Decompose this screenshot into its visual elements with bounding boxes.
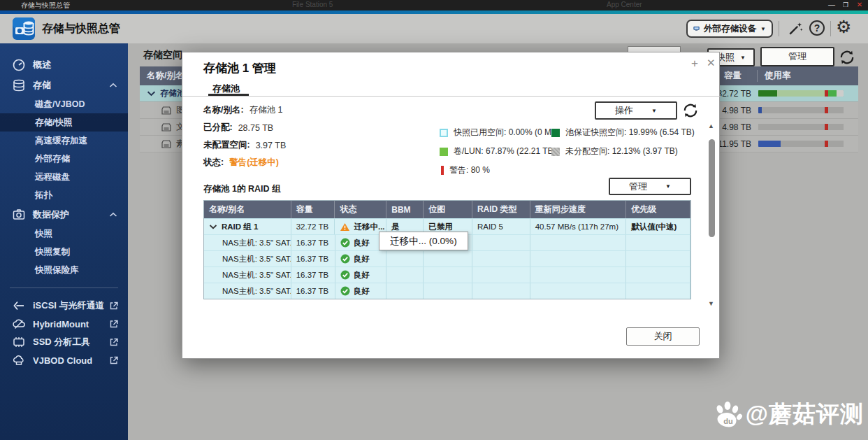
allocated-label: 已分配: — [203, 122, 233, 134]
cell-priority: 默认值(中速) — [626, 219, 690, 234]
column-header-status[interactable]: 状态 — [335, 201, 386, 218]
sidebar-item-storage-snapshots[interactable]: 存储/快照 — [0, 113, 128, 132]
sidebar-item-cache-acceleration[interactable]: 高速缓存加速 — [0, 132, 128, 150]
column-header-bitmap[interactable]: 位图 — [424, 201, 472, 218]
volume-icon — [161, 139, 172, 149]
sidebar-item-label: 远程磁盘 — [35, 171, 70, 183]
device-icon — [693, 23, 700, 34]
sidebar-item-external-storage[interactable]: 外部存储 — [0, 150, 128, 168]
name-value: 存储池 1 — [249, 104, 283, 116]
chevron-down-icon[interactable] — [147, 90, 156, 97]
close-dialog-icon[interactable]: ✕ — [707, 57, 716, 69]
disk-name: NAS主机: 3.5" SAT... — [222, 270, 291, 281]
ghost-window-title-left: File Station 5 — [292, 1, 333, 8]
refresh-icon[interactable] — [682, 102, 699, 119]
legend-swatch-guaranteed-snapshot — [551, 129, 560, 137]
raid-disk-row[interactable]: NAS主机: 3.5" SAT... 16.37 TB 良好 — [204, 267, 690, 283]
sidebar-item-snapshot-vault[interactable]: 快照保险库 — [0, 261, 128, 279]
external-storage-device-button[interactable]: 外部存储设备 ▼ — [686, 20, 773, 38]
column-header-bbm[interactable]: BBM — [386, 201, 424, 218]
close-window-icon[interactable]: ✕ — [854, 0, 865, 10]
sidebar-group-data-protection[interactable]: 数据保护 — [0, 204, 128, 225]
raid-group-section-label: 存储池 1的 RAID 组 — [203, 183, 280, 195]
sidebar-item-snapshot-replica[interactable]: 快照复制 — [0, 243, 128, 261]
sidebar-item-remote-disk[interactable]: 远程磁盘 — [0, 168, 128, 186]
app-header: 存储与快照总管 外部存储设备 ▼ ? ⚙ — [0, 14, 868, 43]
column-header-capacity[interactable]: 容量 — [719, 70, 750, 82]
cell-capacity: 16.37 TB — [291, 235, 335, 250]
column-header-capacity[interactable]: 容量 — [291, 201, 335, 218]
good-status-icon — [340, 286, 350, 296]
raid-manage-dropdown-button[interactable]: 管理 ▼ — [609, 178, 691, 195]
help-icon[interactable]: ? — [809, 20, 825, 36]
sidebar-link-vjbod-cloud[interactable]: VJBOD Cloud — [0, 351, 128, 369]
status-label: 状态: — [203, 157, 224, 169]
cell-raid-type: RAID 5 — [472, 219, 530, 234]
wizard-wand-icon[interactable] — [787, 20, 804, 37]
raid-disk-row[interactable]: NAS主机: 3.5" SAT... 16.37 TB 良好 — [204, 250, 690, 267]
gauge-icon — [12, 58, 26, 72]
sidebar-divider — [10, 288, 118, 288]
external-link-icon — [109, 301, 119, 311]
column-header-priority[interactable]: 优先级 — [626, 201, 690, 218]
manage-button[interactable]: 管理 — [760, 47, 834, 66]
sidebar-link-ssd-profiling[interactable]: SSD 分析工具 — [0, 333, 128, 351]
sidebar-item-topology[interactable]: 拓扑 — [0, 186, 128, 204]
sidebar-group-storage[interactable]: 存储 — [0, 75, 128, 95]
legend-label: 池保证快照空间: 19.99% (6.54 TB) — [565, 127, 695, 139]
usage-bar — [758, 141, 844, 147]
minimize-icon[interactable]: — — [826, 0, 837, 10]
column-header-usage[interactable]: 使用率 — [757, 70, 841, 82]
close-button[interactable]: 关闭 — [626, 327, 700, 346]
legend-swatch-snapshot-used — [440, 129, 448, 137]
sidebar-link-label: iSCSI 与光纤通道 — [33, 299, 105, 312]
sidebar-item-label: 概述 — [33, 59, 51, 71]
gear-icon[interactable]: ⚙ — [836, 17, 851, 37]
column-header-name[interactable]: 名称/别名 — [204, 201, 291, 218]
column-header-raid-type[interactable]: RAID 类型 — [472, 201, 530, 218]
disk-name: NAS主机: 3.5" SAT... — [222, 286, 291, 297]
legend-label: 快照已用空间: 0.00% (0 MB) — [454, 127, 560, 139]
action-button-label: 操作 — [615, 104, 633, 117]
sidebar-item-label: 拓扑 — [35, 190, 52, 201]
allocated-value: 28.75 TB — [238, 123, 274, 133]
legend-swatch-unallocated — [551, 148, 560, 156]
refresh-icon[interactable] — [839, 49, 855, 66]
manage-button-label: 管理 — [788, 50, 806, 63]
scroll-down-icon[interactable]: ▼ — [708, 300, 714, 307]
action-dropdown-button[interactable]: 操作 ▼ — [595, 101, 677, 120]
dialog-scrollbar[interactable]: ▲ ▼ — [706, 122, 718, 308]
sidebar-item-label: 存储/快照 — [35, 117, 72, 129]
close-button-label: 关闭 — [654, 330, 672, 343]
raid-disk-row[interactable]: NAS主机: 3.5" SAT... 16.37 TB 良好 — [204, 283, 690, 299]
usage-bar — [758, 124, 844, 130]
header-divider — [830, 21, 831, 36]
chevron-up-icon[interactable] — [109, 83, 117, 88]
plus-icon[interactable]: + — [691, 57, 698, 71]
chevron-up-icon[interactable] — [109, 212, 117, 218]
sidebar-item-snapshot[interactable]: 快照 — [0, 225, 128, 243]
cell-capacity: 32.72 TB — [291, 219, 335, 234]
header-divider — [779, 21, 779, 36]
sidebar-item-disks-vjbod[interactable]: 磁盘/VJBOD — [0, 95, 128, 113]
scroll-up-icon[interactable]: ▲ — [708, 122, 714, 129]
warning-icon — [340, 222, 350, 232]
sidebar-link-hybridmount[interactable]: HybridMount — [0, 315, 128, 333]
os-title-bar: 存储与快照总管 File Station 5 App Center — ❐ ✕ — [0, 0, 868, 10]
chevron-down-icon[interactable] — [209, 224, 217, 229]
scrollbar-thumb[interactable] — [709, 139, 715, 237]
cell-capacity: 16.37 TB — [291, 251, 335, 267]
iscsi-icon — [12, 299, 26, 313]
disk-name: NAS主机: 3.5" SAT... — [222, 254, 291, 264]
sidebar-link-iscsi[interactable]: iSCSI 与光纤通道 — [0, 297, 128, 315]
column-header-resync-speed[interactable]: 重新同步速度 — [530, 201, 627, 218]
watermark: du @蘑菇评测 — [712, 399, 864, 430]
maximize-icon[interactable]: ❐ — [840, 0, 851, 10]
dialog-title: 存储池 1 管理 — [203, 60, 276, 76]
legend-swatch-warning-threshold — [441, 166, 444, 175]
paw-icon: du — [712, 399, 743, 430]
ssd-icon — [12, 335, 26, 349]
legend-label: 警告: 80 % — [449, 164, 490, 176]
sidebar-item-overview[interactable]: 概述 — [0, 55, 128, 75]
good-status-icon — [340, 270, 350, 280]
